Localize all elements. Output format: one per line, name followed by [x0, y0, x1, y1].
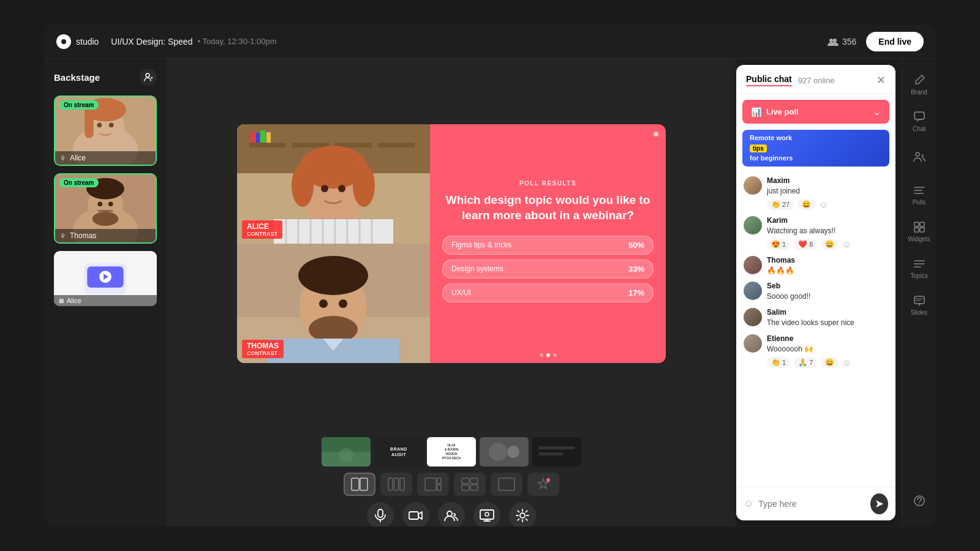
chat-close-button[interactable]: ✕ [876, 73, 886, 87]
chat-message-thomas: Thomas 🔥🔥🔥 [744, 256, 888, 276]
stream-view: ALICE CONTRAST [167, 59, 736, 429]
svg-rect-44 [274, 219, 393, 244]
participant-card-thomas[interactable]: On stream � [54, 173, 157, 244]
chat-panel-icon[interactable]: Chat [907, 105, 932, 137]
app-name: studio [76, 37, 99, 47]
slide-1-visual [322, 437, 371, 467]
reaction-btn-etienne-pray[interactable]: 🙏7 [794, 357, 817, 368]
slide-thumb-5[interactable] [532, 437, 581, 467]
people-button[interactable] [438, 502, 465, 527]
widgets-icon [913, 221, 925, 233]
control-bar [367, 502, 536, 527]
logo-area: studio [56, 34, 99, 49]
chat-panel: Public chat 927 online ✕ 📊 Live poll ⌄ R… [736, 65, 895, 520]
people-panel-icon[interactable] [907, 142, 932, 174]
layout-two-col-button[interactable] [344, 473, 375, 496]
svg-point-40 [321, 185, 328, 192]
alice-name: Alice [70, 154, 86, 162]
polls-panel-icon[interactable]: Polls [907, 179, 932, 211]
avatar-maxim [744, 176, 762, 195]
svg-rect-11 [85, 108, 93, 138]
brand-panel-icon[interactable]: Brand [907, 69, 932, 100]
settings-button[interactable] [509, 502, 536, 527]
slides-icon-label: Slides [911, 309, 927, 316]
topics-panel-icon[interactable]: Topics [907, 252, 932, 284]
chat-send-button[interactable] [870, 493, 888, 514]
camera-button[interactable] [402, 502, 429, 527]
layout-four-button[interactable] [454, 473, 486, 496]
slide-thumb-2[interactable]: BRANDAUDIT [374, 437, 423, 467]
layout-three-col-button[interactable] [380, 473, 412, 496]
msg-text-etienne: Wooooooh 🙌 [767, 344, 888, 354]
layout-single-button[interactable] [491, 473, 522, 496]
reaction-btn-karim-heart-eyes[interactable]: 😍1 [767, 239, 790, 250]
add-reaction-etienne[interactable]: ☺ [842, 358, 851, 367]
reaction-btn-maxim-smile[interactable]: 😄 [797, 199, 815, 210]
on-stream-badge-thomas: On stream [59, 178, 99, 187]
layout-ai-button[interactable] [527, 473, 559, 496]
alice-feed: ALICE CONTRAST [237, 124, 430, 244]
svg-point-68 [507, 446, 519, 458]
chat-tab-public[interactable]: Public chat [746, 74, 792, 86]
add-reaction-maxim[interactable]: ☺ [819, 200, 827, 209]
svg-point-1 [833, 39, 837, 42]
slide-5-visual [532, 437, 581, 467]
reaction-btn-etienne-clap[interactable]: 👏1 [767, 357, 790, 368]
slides-panel-icon[interactable]: Slides [907, 289, 932, 321]
svg-point-9 [109, 122, 114, 127]
svg-point-39 [353, 164, 375, 207]
layout-one-right-button[interactable] [417, 473, 449, 496]
emoji-picker-button[interactable]: ☺ [744, 498, 753, 509]
widgets-icon-label: Widgets [908, 236, 930, 242]
svg-point-38 [292, 164, 314, 207]
poll-option-3-text: UX/UI [451, 288, 471, 297]
svg-rect-78 [437, 478, 441, 484]
svg-rect-77 [425, 478, 436, 490]
add-person-button[interactable] [140, 69, 157, 86]
chat-online-count: 927 online [798, 76, 835, 85]
help-icon [913, 495, 925, 507]
main-content: Backstage On stream [44, 59, 936, 527]
reaction-btn-etienne-smile[interactable]: 😄 [821, 357, 839, 368]
live-poll-icon: 📊 [751, 107, 761, 117]
screen-button[interactable] [473, 502, 500, 527]
layout-controls [344, 473, 559, 496]
avatar-salim [744, 308, 762, 326]
svg-point-16 [108, 201, 113, 206]
help-panel-icon[interactable] [907, 485, 932, 517]
slide-thumb-4[interactable] [480, 437, 529, 467]
thomas-name: Thomas [70, 231, 96, 240]
svg-rect-100 [914, 222, 919, 227]
svg-point-18 [92, 212, 118, 226]
live-poll-banner[interactable]: 📊 Live poll ⌄ [742, 100, 889, 124]
mic-icon-alice: 🎙 [60, 155, 66, 162]
reaction-btn-karim-heart[interactable]: ❤️8 [794, 239, 817, 250]
slide-card-alice[interactable]: ▦ Alice [54, 251, 157, 306]
slide-thumb-1[interactable] [322, 437, 371, 467]
chat-input-area: ☺ [736, 487, 895, 520]
svg-rect-82 [462, 485, 469, 490]
chat-message-karim: Karim Watching as always!! 😍1 ❤️8 😄 ☺ [744, 216, 888, 250]
svg-point-8 [97, 122, 102, 127]
add-reaction-karim[interactable]: ☺ [842, 239, 851, 249]
svg-rect-75 [394, 478, 399, 490]
svg-point-65 [339, 448, 353, 463]
reaction-btn-karim-smile[interactable]: 😄 [821, 239, 839, 250]
layout-three-col-icon [388, 478, 405, 491]
widgets-panel-icon[interactable]: Widgets [907, 216, 932, 247]
slide-thumb-3[interactable]: OLAF& BJORNDESIGNPITCH DECK [427, 437, 476, 467]
svg-rect-35 [266, 132, 271, 143]
svg-rect-102 [914, 228, 919, 232]
svg-rect-33 [256, 133, 260, 143]
live-poll-left: 📊 Live poll [751, 107, 799, 117]
poll-option-1: Figma tips & tricks 50% [442, 236, 654, 255]
widget-highlight: tips [750, 144, 767, 152]
chat-message-salim: Salim The video looks super nice [744, 308, 888, 328]
viewer-count: 356 [827, 37, 856, 47]
reaction-btn-maxim-clap[interactable]: 👏27 [767, 199, 794, 210]
end-live-button[interactable]: End live [866, 32, 924, 51]
mic-button[interactable] [367, 502, 394, 527]
participant-card-alice[interactable]: On stream 🎙 [54, 96, 157, 166]
chat-input-field[interactable] [758, 499, 865, 509]
right-panel: Brand Chat [902, 59, 936, 527]
